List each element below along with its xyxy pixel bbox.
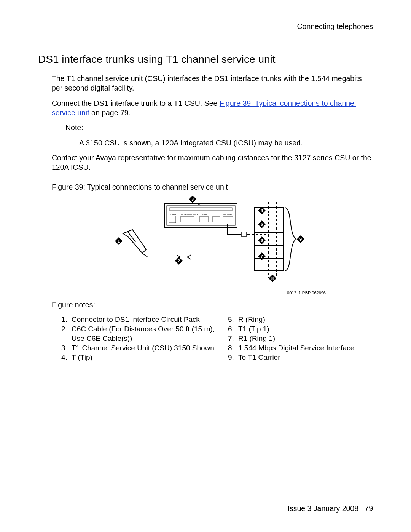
svg-rect-6 bbox=[212, 217, 220, 222]
paragraph-2: Connect the DS1 interface trunk to a T1 … bbox=[52, 99, 373, 118]
callout-6: 6 bbox=[261, 238, 263, 243]
figure-note-6: T1 (Tip 1) bbox=[236, 324, 373, 334]
note-label: Note: bbox=[65, 123, 373, 133]
section-title: DS1 interface trunks using T1 channel se… bbox=[38, 53, 373, 66]
callout-9: 9 bbox=[299, 237, 302, 241]
svg-rect-21 bbox=[241, 232, 247, 236]
svg-marker-23 bbox=[123, 230, 146, 253]
svg-rect-3 bbox=[169, 216, 176, 223]
svg-text:POWER: POWER bbox=[170, 214, 177, 216]
figure-note-4: T (Tip) bbox=[69, 353, 223, 362]
svg-line-24 bbox=[142, 253, 148, 257]
figure-notes: Connector to DS1 Interface Circuit Pack … bbox=[59, 315, 373, 362]
svg-rect-7 bbox=[223, 217, 233, 222]
figure-note-8: 1.544 Mbps Digital Service Interface bbox=[236, 343, 373, 353]
svg-text:AUX PORT CON PORT: AUX PORT CON PORT bbox=[181, 214, 199, 216]
callout-5: 5 bbox=[261, 222, 263, 227]
svg-rect-2 bbox=[170, 208, 232, 211]
paragraph-3: Contact your Avaya representative for ma… bbox=[52, 153, 373, 173]
callout-1: 1 bbox=[118, 239, 120, 243]
diagram-id: 0012_1 RBP 062696 bbox=[287, 291, 326, 295]
page-content: Connecting telephones DS1 interface trun… bbox=[0, 0, 411, 366]
figure-caption: Figure 39: Typical connections to channe… bbox=[52, 183, 373, 192]
figure-note-5: R (Ring) bbox=[236, 315, 373, 324]
footer-page: 79 bbox=[365, 504, 373, 513]
figure-rule-top bbox=[52, 178, 373, 178]
footer-issue: Issue 3 January 2008 bbox=[288, 504, 358, 513]
svg-text:RS232: RS232 bbox=[202, 214, 207, 216]
figure-note-9: To T1 Carrier bbox=[236, 353, 373, 362]
svg-rect-4 bbox=[180, 217, 194, 222]
figure-rule-bottom bbox=[52, 366, 373, 366]
paragraph-1: The T1 channel service unit (CSU) interf… bbox=[52, 74, 373, 93]
figure-note-1: Connector to DS1 Interface Circuit Pack bbox=[69, 315, 223, 324]
svg-text:NETWORK: NETWORK bbox=[223, 214, 232, 216]
figure-note-3: T1 Channel Service Unit (CSU) 3150 Shown bbox=[69, 343, 223, 353]
callout-7: 7 bbox=[261, 254, 263, 259]
para2-pre: Connect the DS1 interface trunk to a T1 … bbox=[52, 99, 220, 107]
figure-note-2: C6C Cable (For Distances Over 50 ft (15 … bbox=[69, 324, 223, 343]
note-body: A 3150 CSU is shown, a 120A Integrated C… bbox=[79, 138, 373, 148]
figure-notes-label: Figure notes: bbox=[52, 300, 373, 309]
callout-8: 8 bbox=[271, 276, 274, 281]
page-footer: Issue 3 January 2008 79 bbox=[288, 504, 373, 513]
callout-2: 2 bbox=[178, 259, 180, 263]
section-rule bbox=[38, 47, 209, 47]
callout-3: 3 bbox=[191, 197, 194, 201]
chapter-header: Connecting telephones bbox=[38, 22, 373, 31]
figure-diagram: POWER AUX PORT CON PORT RS232 NETWORK bbox=[52, 196, 373, 298]
diagram-svg: POWER AUX PORT CON PORT RS232 NETWORK bbox=[106, 196, 319, 292]
figure-note-7: R1 (Ring 1) bbox=[236, 334, 373, 343]
para2-post: on page 79. bbox=[89, 109, 131, 117]
callout-4: 4 bbox=[261, 208, 263, 213]
svg-rect-5 bbox=[199, 217, 209, 222]
